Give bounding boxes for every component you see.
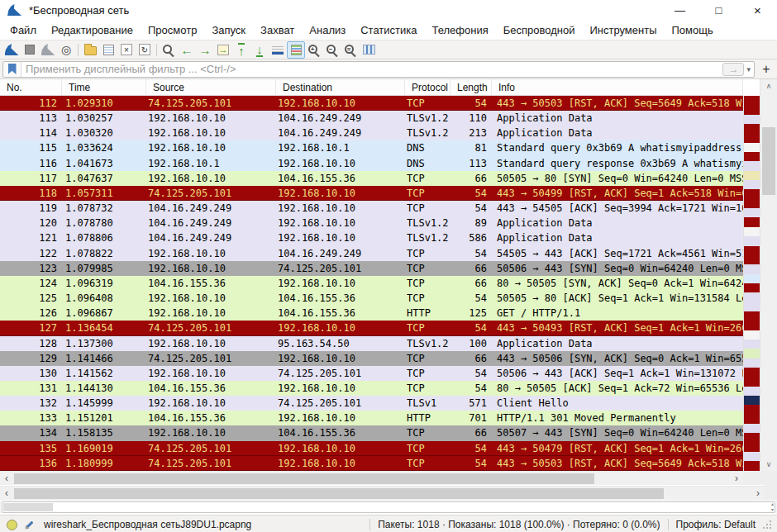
minimize-button[interactable]: — (660, 0, 699, 20)
scroll-up-icon[interactable]: ∧ (766, 82, 772, 90)
packet-row[interactable]: 1361.18099974.125.205.101192.168.10.10TC… (0, 456, 743, 471)
packet-row[interactable]: 1131.030257192.168.10.10104.16.249.249TL… (0, 111, 743, 126)
capture-comment-icon[interactable] (24, 520, 34, 530)
packet-row[interactable]: 1311.144130104.16.155.36192.168.10.10TCP… (0, 381, 743, 396)
packet-row[interactable]: 1201.078780104.16.249.249192.168.10.10TL… (0, 216, 743, 230)
collapsed-pane-thumb[interactable] (3, 503, 53, 511)
menu-item-analyze[interactable]: Анализ (302, 24, 353, 36)
cell-info: GET / HTTP/1.1 (492, 306, 743, 321)
packet-list-hscrollbar[interactable]: ‹ › (0, 471, 743, 485)
expert-info-icon[interactable] (7, 520, 17, 530)
hscroll-thumb-2[interactable] (14, 488, 664, 499)
apply-filter-button[interactable]: → (722, 63, 744, 76)
scroll-right-icon[interactable]: › (730, 472, 743, 485)
maximize-button[interactable]: □ (699, 0, 738, 20)
add-filter-button[interactable]: + (758, 61, 775, 78)
packet-row[interactable]: 1171.047637192.168.10.10104.16.155.36TCP… (0, 171, 743, 186)
menu-bar: ФайлРедактированиеПросмотрЗапускЗахватАн… (0, 20, 777, 40)
column-header-length[interactable]: Length (450, 79, 492, 95)
scroll-right-icon[interactable]: › (751, 487, 765, 500)
hscroll-track-1[interactable] (13, 472, 730, 485)
packet-row[interactable]: 1281.137300192.168.10.1095.163.54.50TLSv… (0, 336, 743, 351)
hscroll-thumb-1[interactable] (14, 473, 594, 484)
packet-row[interactable]: 1351.16901974.125.205.101192.168.10.10TC… (0, 441, 743, 456)
filter-bookmark-button[interactable] (3, 62, 21, 77)
packet-row[interactable]: 1271.13645474.125.205.101192.168.10.10TC… (0, 321, 743, 335)
column-header-info[interactable]: Info (492, 79, 743, 95)
stop-capture-button[interactable] (21, 41, 39, 59)
go-back-button[interactable]: ← (178, 41, 196, 59)
packet-row[interactable]: 1321.145999192.168.10.1074.125.205.101TL… (0, 396, 743, 411)
resize-columns-button[interactable] (360, 41, 378, 59)
go-to-packet-button[interactable]: → (214, 41, 232, 59)
column-header-destination[interactable]: Destination (276, 79, 405, 95)
open-file-button[interactable] (81, 41, 99, 59)
packet-row[interactable]: 1251.096408192.168.10.10104.16.155.36TCP… (0, 291, 743, 306)
colorize-button[interactable] (287, 41, 305, 59)
menu-item-help[interactable]: Помощь (665, 24, 721, 36)
reload-file-button[interactable]: ↻ (136, 41, 154, 59)
packet-row[interactable]: 1161.041673192.168.10.1192.168.10.10DNS1… (0, 156, 743, 171)
save-file-button[interactable] (99, 41, 117, 59)
vertical-scrollbar[interactable]: ∧ ∨ (760, 79, 777, 471)
collapsed-pane-arrows[interactable]: ▴ ▾ (771, 501, 774, 513)
packet-row[interactable]: 1151.033624192.168.10.10192.168.10.1DNS8… (0, 140, 743, 155)
packet-row[interactable]: 1341.158135192.168.10.10104.16.155.36TCP… (0, 425, 743, 440)
filter-dropdown-caret[interactable]: ▾ (746, 65, 751, 74)
menu-item-capture[interactable]: Захват (253, 24, 302, 36)
menu-item-file[interactable]: Файл (2, 24, 44, 36)
packet-row[interactable]: 1241.096319104.16.155.36192.168.10.10TCP… (0, 276, 743, 291)
tiny-up-icon[interactable]: ▴ (771, 501, 774, 507)
tiny-down-icon[interactable]: ▾ (771, 507, 774, 513)
packet-row[interactable]: 1141.030320192.168.10.10104.16.249.249TL… (0, 126, 743, 140)
menu-item-telephony[interactable]: Телефония (424, 24, 495, 36)
zoom-in-button[interactable]: + (305, 41, 323, 59)
close-file-button[interactable]: × (117, 41, 136, 59)
scroll-down-icon[interactable]: ∨ (766, 460, 772, 468)
column-header-time[interactable]: Time (62, 79, 146, 95)
go-forward-button[interactable]: → (196, 41, 214, 59)
menu-item-go[interactable]: Запуск (204, 24, 253, 36)
display-filter-input[interactable] (21, 63, 722, 75)
zoom-100-button[interactable]: = (341, 41, 360, 59)
resize-grip[interactable] (762, 520, 772, 530)
go-top-button[interactable]: ↑ (232, 41, 250, 59)
packet-row[interactable]: 1191.078732104.16.249.249192.168.10.10TC… (0, 201, 743, 216)
intelligent-scrollbar-minimap[interactable] (743, 96, 760, 471)
secondary-hscrollbar[interactable]: ‹ › (0, 486, 765, 500)
column-header-no[interactable]: No. (0, 79, 62, 95)
packet-row[interactable]: 1261.096867192.168.10.10104.16.155.36HTT… (0, 306, 743, 321)
close-button[interactable]: × (738, 0, 777, 20)
packet-row[interactable]: 1221.078822192.168.10.10104.16.249.249TC… (0, 246, 743, 261)
scroll-left-icon[interactable]: ‹ (0, 487, 13, 500)
vertical-scrollbar-thumb[interactable] (762, 127, 775, 195)
restart-capture-button[interactable] (39, 41, 57, 59)
zoom-out-button[interactable]: − (323, 41, 341, 59)
find-packet-button[interactable] (160, 41, 178, 59)
go-bottom-button[interactable]: ↓ (250, 41, 269, 59)
menu-item-statistics[interactable]: Статистика (353, 24, 424, 36)
cell-no: 113 (0, 111, 62, 126)
packet-row[interactable]: 1181.05731174.125.205.101192.168.10.10TC… (0, 186, 743, 201)
packet-row[interactable]: 1291.14146674.125.205.101192.168.10.10TC… (0, 351, 743, 366)
packet-row[interactable]: 1301.141562192.168.10.1074.125.205.101TC… (0, 366, 743, 381)
column-header-protocol[interactable]: Protocol (405, 79, 450, 95)
menu-item-view[interactable]: Просмотр (141, 24, 204, 36)
packet-row[interactable]: 1121.02931074.125.205.101192.168.10.10TC… (0, 96, 743, 111)
hscroll-track-2[interactable] (13, 487, 751, 500)
column-header-source[interactable]: Source (146, 79, 276, 95)
start-capture-button[interactable] (2, 41, 21, 59)
packet-row[interactable]: 1231.079985192.168.10.1074.125.205.101TC… (0, 261, 743, 276)
scroll-left-icon[interactable]: ‹ (0, 472, 13, 485)
autoscroll-button[interactable] (269, 41, 287, 59)
menu-item-edit[interactable]: Редактирование (44, 24, 141, 36)
capture-options-button[interactable]: ◎ (57, 41, 75, 59)
menu-item-wireless[interactable]: Беспроводной (496, 24, 583, 36)
display-filter-field[interactable]: → ▾ (2, 61, 755, 78)
packet-row[interactable]: 1331.151201104.16.155.36192.168.10.10HTT… (0, 411, 743, 425)
packet-row[interactable]: 1211.078806104.16.249.249192.168.10.10TL… (0, 230, 743, 245)
menu-item-tools[interactable]: Инструменты (582, 24, 664, 36)
cell-dst: 192.168.10.10 (276, 321, 405, 335)
collapsed-pane-scrollbar[interactable]: ▴ ▾ (2, 501, 775, 513)
profile-label[interactable]: Профиль: Default (676, 519, 756, 530)
